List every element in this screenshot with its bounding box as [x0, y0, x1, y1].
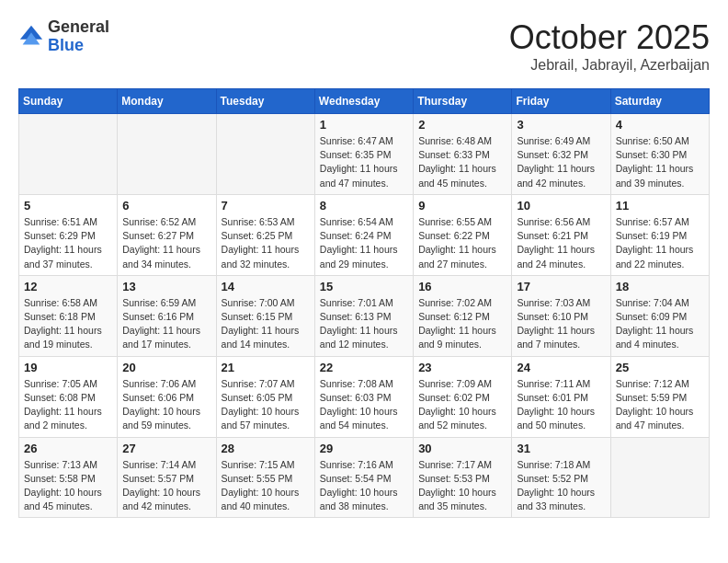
day-number: 18: [616, 280, 704, 293]
day-number: 29: [320, 442, 408, 455]
day-info: Sunrise: 7:17 AM Sunset: 5:53 PM Dayligh…: [418, 458, 506, 514]
day-number: 3: [517, 118, 605, 132]
days-header-row: SundayMondayTuesdayWednesdayThursdayFrid…: [19, 89, 710, 114]
day-info: Sunrise: 7:07 AM Sunset: 6:05 PM Dayligh…: [222, 377, 310, 433]
calendar-cell: 8Sunrise: 6:54 AM Sunset: 6:24 PM Daylig…: [314, 194, 413, 275]
calendar-cell: 30Sunrise: 7:17 AM Sunset: 5:53 PM Dayli…: [414, 437, 512, 518]
calendar-cell: 18Sunrise: 7:04 AM Sunset: 6:09 PM Dayli…: [610, 275, 709, 356]
calendar-cell: 12Sunrise: 6:58 AM Sunset: 6:18 PM Dayli…: [19, 275, 118, 356]
day-number: 23: [418, 361, 506, 374]
day-info: Sunrise: 7:16 AM Sunset: 5:54 PM Dayligh…: [320, 458, 408, 514]
calendar-cell: [118, 114, 216, 195]
page-header: General Blue October 2025 Jebrail, Jabra…: [18, 18, 710, 74]
day-number: 8: [320, 199, 408, 213]
day-info: Sunrise: 7:12 AM Sunset: 5:59 PM Dayligh…: [616, 377, 704, 433]
day-number: 14: [222, 280, 310, 293]
month-title: October 2025: [509, 18, 710, 57]
day-header-tuesday: Tuesday: [216, 89, 314, 114]
calendar-week-row: 12Sunrise: 6:58 AM Sunset: 6:18 PM Dayli…: [19, 275, 710, 356]
calendar-cell: 22Sunrise: 7:08 AM Sunset: 6:03 PM Dayli…: [314, 356, 413, 437]
calendar-cell: 26Sunrise: 7:13 AM Sunset: 5:58 PM Dayli…: [19, 437, 118, 518]
day-number: 16: [418, 280, 506, 293]
day-info: Sunrise: 6:56 AM Sunset: 6:21 PM Dayligh…: [517, 215, 605, 271]
calendar-cell: 27Sunrise: 7:14 AM Sunset: 5:57 PM Dayli…: [118, 437, 216, 518]
calendar-cell: [19, 114, 118, 195]
day-info: Sunrise: 6:58 AM Sunset: 6:18 PM Dayligh…: [24, 296, 112, 352]
day-header-monday: Monday: [118, 89, 216, 114]
calendar-cell: 5Sunrise: 6:51 AM Sunset: 6:29 PM Daylig…: [19, 194, 118, 275]
day-number: 5: [24, 199, 112, 213]
day-number: 1: [320, 118, 408, 132]
calendar-cell: 9Sunrise: 6:55 AM Sunset: 6:22 PM Daylig…: [414, 194, 512, 275]
day-number: 28: [222, 442, 310, 455]
day-number: 13: [122, 280, 210, 293]
day-number: 19: [24, 361, 112, 374]
calendar-week-row: 1Sunrise: 6:47 AM Sunset: 6:35 PM Daylig…: [19, 114, 710, 195]
day-info: Sunrise: 6:48 AM Sunset: 6:33 PM Dayligh…: [418, 134, 506, 190]
day-number: 22: [320, 361, 408, 374]
day-header-thursday: Thursday: [414, 89, 512, 114]
day-number: 30: [418, 442, 506, 455]
logo-text: General Blue: [48, 18, 109, 55]
day-number: 31: [517, 442, 605, 455]
day-info: Sunrise: 7:15 AM Sunset: 5:55 PM Dayligh…: [222, 458, 310, 514]
day-info: Sunrise: 7:01 AM Sunset: 6:13 PM Dayligh…: [320, 296, 408, 352]
logo-icon: [18, 24, 44, 50]
day-info: Sunrise: 6:53 AM Sunset: 6:25 PM Dayligh…: [222, 215, 310, 271]
day-info: Sunrise: 7:04 AM Sunset: 6:09 PM Dayligh…: [616, 296, 704, 352]
day-number: 9: [418, 199, 506, 213]
day-number: 20: [122, 361, 210, 374]
day-number: 21: [222, 361, 310, 374]
day-header-wednesday: Wednesday: [314, 89, 413, 114]
calendar-cell: 1Sunrise: 6:47 AM Sunset: 6:35 PM Daylig…: [314, 114, 413, 195]
calendar-table: SundayMondayTuesdayWednesdayThursdayFrid…: [18, 88, 710, 518]
day-info: Sunrise: 7:06 AM Sunset: 6:06 PM Dayligh…: [122, 377, 210, 433]
day-number: 10: [517, 199, 605, 213]
day-number: 25: [616, 361, 704, 374]
calendar-cell: 15Sunrise: 7:01 AM Sunset: 6:13 PM Dayli…: [314, 275, 413, 356]
day-number: 24: [517, 361, 605, 374]
day-header-saturday: Saturday: [610, 89, 709, 114]
title-block: October 2025 Jebrail, Jabrayil, Azerbaij…: [509, 18, 710, 74]
day-number: 11: [616, 199, 704, 213]
day-number: 15: [320, 280, 408, 293]
day-number: 17: [517, 280, 605, 293]
day-header-friday: Friday: [512, 89, 610, 114]
calendar-cell: 3Sunrise: 6:49 AM Sunset: 6:32 PM Daylig…: [512, 114, 610, 195]
day-info: Sunrise: 6:52 AM Sunset: 6:27 PM Dayligh…: [122, 215, 210, 271]
day-number: 12: [24, 280, 112, 293]
calendar-cell: 7Sunrise: 6:53 AM Sunset: 6:25 PM Daylig…: [216, 194, 314, 275]
day-info: Sunrise: 6:54 AM Sunset: 6:24 PM Dayligh…: [320, 215, 408, 271]
calendar-cell: 4Sunrise: 6:50 AM Sunset: 6:30 PM Daylig…: [610, 114, 709, 195]
logo-blue-text: Blue: [48, 37, 109, 55]
day-info: Sunrise: 7:14 AM Sunset: 5:57 PM Dayligh…: [122, 458, 210, 514]
calendar-cell: [610, 437, 709, 518]
day-info: Sunrise: 6:57 AM Sunset: 6:19 PM Dayligh…: [616, 215, 704, 271]
logo: General Blue: [18, 18, 109, 55]
day-number: 26: [24, 442, 112, 455]
calendar-week-row: 5Sunrise: 6:51 AM Sunset: 6:29 PM Daylig…: [19, 194, 710, 275]
calendar-week-row: 19Sunrise: 7:05 AM Sunset: 6:08 PM Dayli…: [19, 356, 710, 437]
calendar-cell: 17Sunrise: 7:03 AM Sunset: 6:10 PM Dayli…: [512, 275, 610, 356]
day-header-sunday: Sunday: [19, 89, 118, 114]
day-info: Sunrise: 7:09 AM Sunset: 6:02 PM Dayligh…: [418, 377, 506, 433]
day-info: Sunrise: 7:18 AM Sunset: 5:52 PM Dayligh…: [517, 458, 605, 514]
calendar-cell: 24Sunrise: 7:11 AM Sunset: 6:01 PM Dayli…: [512, 356, 610, 437]
calendar-cell: 23Sunrise: 7:09 AM Sunset: 6:02 PM Dayli…: [414, 356, 512, 437]
calendar-cell: 11Sunrise: 6:57 AM Sunset: 6:19 PM Dayli…: [610, 194, 709, 275]
day-number: 4: [616, 118, 704, 132]
calendar-cell: 25Sunrise: 7:12 AM Sunset: 5:59 PM Dayli…: [610, 356, 709, 437]
calendar-cell: 31Sunrise: 7:18 AM Sunset: 5:52 PM Dayli…: [512, 437, 610, 518]
day-info: Sunrise: 7:08 AM Sunset: 6:03 PM Dayligh…: [320, 377, 408, 433]
calendar-cell: 29Sunrise: 7:16 AM Sunset: 5:54 PM Dayli…: [314, 437, 413, 518]
calendar-cell: 28Sunrise: 7:15 AM Sunset: 5:55 PM Dayli…: [216, 437, 314, 518]
calendar-cell: 10Sunrise: 6:56 AM Sunset: 6:21 PM Dayli…: [512, 194, 610, 275]
day-number: 6: [122, 199, 210, 213]
location-text: Jebrail, Jabrayil, Azerbaijan: [509, 57, 710, 74]
calendar-cell: 21Sunrise: 7:07 AM Sunset: 6:05 PM Dayli…: [216, 356, 314, 437]
day-info: Sunrise: 7:03 AM Sunset: 6:10 PM Dayligh…: [517, 296, 605, 352]
day-info: Sunrise: 7:02 AM Sunset: 6:12 PM Dayligh…: [418, 296, 506, 352]
day-number: 2: [418, 118, 506, 132]
day-number: 27: [122, 442, 210, 455]
day-info: Sunrise: 7:00 AM Sunset: 6:15 PM Dayligh…: [222, 296, 310, 352]
